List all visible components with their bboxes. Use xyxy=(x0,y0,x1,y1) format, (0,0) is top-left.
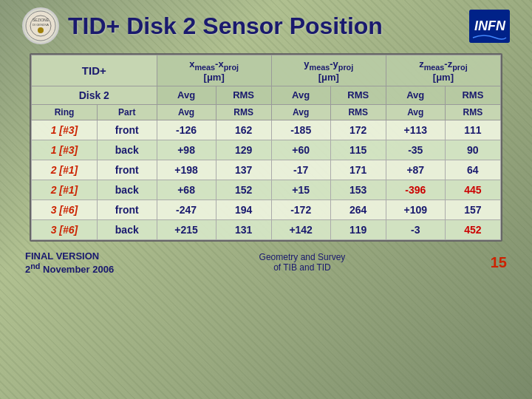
table-cell: -185 xyxy=(271,120,330,140)
table-cell: 445 xyxy=(445,180,500,200)
svg-text:SEZIONE: SEZIONE xyxy=(33,18,50,22)
table-cell: front xyxy=(97,200,157,219)
final-version-label: FINAL VERSION xyxy=(25,250,114,262)
table-cell: 2 [#1] xyxy=(32,180,98,200)
table-cell: 452 xyxy=(445,219,500,239)
table-cell: back xyxy=(97,140,157,160)
table-cell: 3 [#6] xyxy=(32,200,98,219)
table-cell: +109 xyxy=(386,200,445,219)
table-cell: 194 xyxy=(216,200,271,219)
svg-text:INFN: INFN xyxy=(474,18,506,33)
table-cell: 137 xyxy=(216,160,271,180)
table-cell: +60 xyxy=(271,140,330,160)
table-cell: 2 [#1] xyxy=(32,160,98,180)
footer: FINAL VERSION 2nd November 2006 Geometry… xyxy=(22,250,510,275)
table-cell: +15 xyxy=(271,180,330,200)
table-row: 3 [#6]back+215131+142119-3452 xyxy=(32,219,501,239)
svg-point-4 xyxy=(38,27,44,33)
y-column-header: ymeas-yproj[μm] xyxy=(271,55,386,86)
table-cell: 152 xyxy=(216,180,271,200)
table-cell: 111 xyxy=(445,120,500,140)
institute-logo: SEZIONE DI GENOVA xyxy=(22,7,59,44)
avg-header-1: Avg xyxy=(157,86,216,104)
table-row: 3 [#6]front-247194-172264+109157 xyxy=(32,200,501,219)
table-cell: back xyxy=(97,180,157,200)
table-cell: 1 [#3] xyxy=(32,120,98,140)
z-column-header: zmeas-zproj[μm] xyxy=(386,55,500,86)
table-row: 1 [#3]front-126162-185172+113111 xyxy=(32,120,501,140)
page-title: TID+ Disk 2 Sensor Position xyxy=(68,13,383,40)
table-cell: 162 xyxy=(216,120,271,140)
rms-sub-3: RMS xyxy=(445,104,500,120)
table-cell: 129 xyxy=(216,140,271,160)
table-cell: +68 xyxy=(157,180,216,200)
avg-header-3: Avg xyxy=(386,86,445,104)
table-cell: 3 [#6] xyxy=(32,219,98,239)
data-table-container: TID+ xmeas-xproj[μm] ymeas-yproj[μm] zme… xyxy=(30,53,502,242)
table-cell: 172 xyxy=(330,120,386,140)
table-cell: back xyxy=(97,219,157,239)
table-cell: 264 xyxy=(330,200,386,219)
footer-left: FINAL VERSION 2nd November 2006 xyxy=(25,250,114,275)
table-cell: 1 [#3] xyxy=(32,140,98,160)
table-cell: -35 xyxy=(386,140,445,160)
table-cell: -17 xyxy=(271,160,330,180)
table-cell: +98 xyxy=(157,140,216,160)
rms-sub-1: RMS xyxy=(216,104,271,120)
table-cell: +113 xyxy=(386,120,445,140)
table-cell: -172 xyxy=(271,200,330,219)
table-row: 2 [#1]back+68152+15153-396445 xyxy=(32,180,501,200)
disk2-header: Disk 2 xyxy=(32,86,157,104)
avg-sub-3: Avg xyxy=(386,104,445,120)
header-row: SEZIONE DI GENOVA TID+ Disk 2 Sensor Pos… xyxy=(22,7,510,44)
page-number: 15 xyxy=(491,254,507,271)
table-cell: 90 xyxy=(445,140,500,160)
avg-sub-2: Avg xyxy=(271,104,330,120)
tid-plus-header: TID+ xyxy=(32,55,157,86)
table-cell: 115 xyxy=(330,140,386,160)
table-cell: +142 xyxy=(271,219,330,239)
table-row: 1 [#3]back+98129+60115-3590 xyxy=(32,140,501,160)
table-cell: -126 xyxy=(157,120,216,140)
date-label: 2nd November 2006 xyxy=(25,262,114,275)
table-cell: -3 xyxy=(386,219,445,239)
svg-text:DI GENOVA: DI GENOVA xyxy=(33,23,49,27)
rms-header-1: RMS xyxy=(216,86,271,104)
table-cell: 119 xyxy=(330,219,386,239)
table-cell: -396 xyxy=(386,180,445,200)
table-cell: +87 xyxy=(386,160,445,180)
x-column-header: xmeas-xproj[μm] xyxy=(157,55,271,86)
table-cell: -247 xyxy=(157,200,216,219)
table-cell: front xyxy=(97,160,157,180)
table-cell: 171 xyxy=(330,160,386,180)
table-cell: 153 xyxy=(330,180,386,200)
table-cell: 131 xyxy=(216,219,271,239)
avg-header-2: Avg xyxy=(271,86,330,104)
sensor-position-table: TID+ xmeas-xproj[μm] ymeas-yproj[μm] zme… xyxy=(31,55,501,240)
table-cell: 157 xyxy=(445,200,500,219)
table-cell: front xyxy=(97,120,157,140)
footer-center: Geometry and Survey of TIB and TID xyxy=(259,252,346,273)
rms-header-3: RMS xyxy=(445,86,500,104)
infn-logo: INFN xyxy=(469,10,510,43)
table-row: 2 [#1]front+198137-17171+8764 xyxy=(32,160,501,180)
table-cell: 64 xyxy=(445,160,500,180)
avg-sub-1: Avg xyxy=(157,104,216,120)
table-cell: +198 xyxy=(157,160,216,180)
ring-header: Ring xyxy=(32,104,98,120)
rms-header-2: RMS xyxy=(330,86,386,104)
rms-sub-2: RMS xyxy=(330,104,386,120)
part-header: Part xyxy=(97,104,157,120)
table-cell: +215 xyxy=(157,219,216,239)
